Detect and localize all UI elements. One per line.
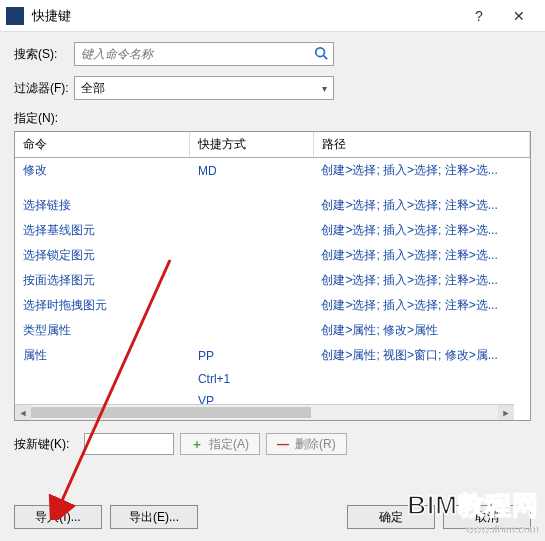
scroll-left-icon[interactable]: ◄ [15,405,31,420]
scroll-right-icon[interactable]: ► [498,405,514,420]
cell-shortcut [190,218,313,243]
cell-cmd: 按面选择图元 [15,268,190,293]
cell-shortcut [190,293,313,318]
cell-cmd: 选择链接 [15,193,190,218]
cell-path [313,368,529,390]
cell-cmd: 属性 [15,343,190,368]
table-row[interactable]: 修改MD创建>选择; 插入>选择; 注释>选... [15,158,530,184]
help-button[interactable]: ? [459,8,499,24]
filter-label: 过滤器(F): [14,80,74,97]
cell-shortcut [190,318,313,343]
col-shortcut[interactable]: 快捷方式 [190,132,313,158]
cell-cmd: 类型属性 [15,318,190,343]
minus-icon: — [277,437,289,451]
app-icon [6,7,24,25]
export-button[interactable]: 导出(E)... [110,505,198,529]
table-row[interactable]: 选择锁定图元创建>选择; 插入>选择; 注释>选... [15,243,530,268]
cell-cmd: 选择时拖拽图元 [15,293,190,318]
cell-shortcut: Ctrl+1 [190,368,313,390]
cell-cmd: 选择基线图元 [15,218,190,243]
search-input[interactable] [75,47,309,61]
col-command[interactable]: 命令 [15,132,190,158]
cell-shortcut [190,243,313,268]
remove-button[interactable]: — 删除(R) [266,433,347,455]
cell-path: 创建>选择; 插入>选择; 注释>选... [313,158,529,184]
table-row[interactable]: 选择基线图元创建>选择; 插入>选择; 注释>选... [15,218,530,243]
table-row[interactable]: 选择链接创建>选择; 插入>选择; 注释>选... [15,193,530,218]
table-row[interactable]: 属性PP创建>属性; 视图>窗口; 修改>属... [15,343,530,368]
chevron-down-icon: ▾ [322,83,327,94]
cancel-button[interactable]: 取消 [443,505,531,529]
table-row[interactable]: Ctrl+1 [15,368,530,390]
window-title: 快捷键 [32,7,459,25]
cell-shortcut [190,268,313,293]
cell-shortcut: PP [190,343,313,368]
table-row[interactable]: 选择时拖拽图元创建>选择; 插入>选择; 注释>选... [15,293,530,318]
cell-cmd: 修改 [15,158,190,184]
search-label: 搜索(S): [14,46,74,63]
filter-select[interactable]: 全部 ▾ [74,76,334,100]
newkey-label: 按新键(K): [14,436,78,453]
newkey-input[interactable] [84,433,174,455]
search-box [74,42,334,66]
search-icon[interactable] [309,46,333,63]
cell-cmd: 选择锁定图元 [15,243,190,268]
table-row[interactable]: 按面选择图元创建>选择; 插入>选择; 注释>选... [15,268,530,293]
col-path[interactable]: 路径 [313,132,529,158]
svg-point-0 [316,47,325,56]
cell-path: 创建>选择; 插入>选择; 注释>选... [313,218,529,243]
bottom-bar: 导入(I)... 导出(E)... 确定 取消 [0,497,545,541]
horizontal-scrollbar[interactable]: ◄ ► [15,404,514,420]
plus-icon: ＋ [191,436,203,453]
cell-path: 创建>属性; 视图>窗口; 修改>属... [313,343,529,368]
ok-button[interactable]: 确定 [347,505,435,529]
cell-path: 创建>属性; 修改>属性 [313,318,529,343]
shortcuts-table: 命令 快捷方式 路径 修改MD创建>选择; 插入>选择; 注释>选...选择链接… [14,131,531,421]
titlebar: 快捷键 ? ✕ [0,0,545,32]
filter-value: 全部 [81,80,105,97]
cell-path: 创建>选择; 插入>选择; 注释>选... [313,193,529,218]
svg-line-1 [324,55,328,59]
cell-path: 创建>选择; 插入>选择; 注释>选... [313,243,529,268]
import-button[interactable]: 导入(I)... [14,505,102,529]
cell-shortcut [190,193,313,218]
assign-label: 指定(N): [14,110,531,127]
cell-path: 创建>选择; 插入>选择; 注释>选... [313,268,529,293]
assign-button[interactable]: ＋ 指定(A) [180,433,260,455]
close-button[interactable]: ✕ [499,8,539,24]
cell-path: 创建>选择; 插入>选择; 注释>选... [313,293,529,318]
cell-cmd [15,368,190,390]
cell-shortcut: MD [190,158,313,184]
table-row[interactable]: 类型属性创建>属性; 修改>属性 [15,318,530,343]
